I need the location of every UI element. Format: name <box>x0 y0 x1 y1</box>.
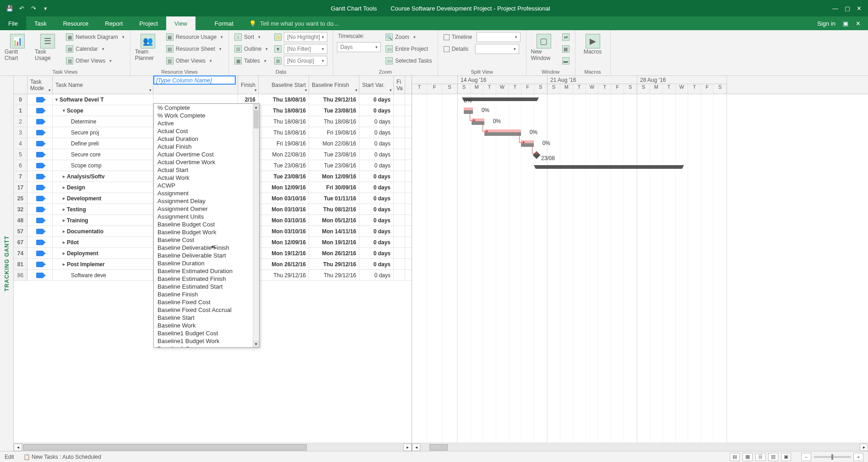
minimize-icon[interactable]: — <box>832 5 838 12</box>
col-baseline-start[interactable]: Baseline Start▾ <box>259 76 309 94</box>
task-mode-cell[interactable] <box>27 204 53 215</box>
baseline-finish-cell[interactable]: Thu 18/08/16 <box>309 116 359 127</box>
task-name-cell[interactable]: Define preli <box>53 138 153 149</box>
group-row[interactable]: ⊞[No Group]▾ <box>272 56 329 66</box>
view-team-planner-icon[interactable]: ☰ <box>755 453 765 461</box>
sign-in-link[interactable]: Sign in <box>817 20 835 27</box>
task-name-cell[interactable]: Scope comp <box>53 160 153 171</box>
col-task-name[interactable]: Task Name▾ <box>53 76 153 94</box>
ribbon-close-icon[interactable]: ✕ <box>856 20 861 27</box>
expand-icon[interactable]: ▸ <box>63 185 65 190</box>
dropdown-item[interactable]: Baseline Start <box>154 314 259 322</box>
scroll-left-icon[interactable]: ◂ <box>14 444 22 451</box>
dropdown-item[interactable]: Baseline Fixed Cost Accrual <box>154 306 259 314</box>
dropdown-item[interactable]: Baseline Work <box>154 322 259 329</box>
baseline-finish-cell[interactable]: Tue 23/08/16 <box>309 160 359 171</box>
ribbon-options-icon[interactable]: ▣ <box>843 20 848 27</box>
baseline-finish-cell[interactable]: Mon 26/12/16 <box>309 248 359 258</box>
tab-task[interactable]: Task <box>26 16 55 30</box>
task-name-cell[interactable]: ▸Design <box>53 182 153 193</box>
baseline-start-cell[interactable]: Thu 18/08/16 <box>259 94 309 105</box>
dropdown-item[interactable]: Baseline Finish <box>154 290 259 298</box>
view-task-usage-icon[interactable]: ▦ <box>743 453 753 461</box>
new-column-input[interactable]: [Type Column Name] <box>153 75 236 85</box>
baseline-start-cell[interactable]: Thu 18/08/16 <box>259 116 309 127</box>
redo-icon[interactable]: ↷ <box>29 4 38 12</box>
scroll-down-icon[interactable]: ▾ <box>253 341 259 347</box>
expand-icon[interactable]: ▾ <box>63 108 65 113</box>
dropdown-item[interactable]: Baseline Cost <box>154 236 259 244</box>
task-name-cell[interactable]: ▸Documentatio <box>53 226 153 236</box>
baseline-finish-cell[interactable]: Mon 22/08/16 <box>309 138 359 149</box>
scroll-right-icon[interactable]: ▸ <box>403 444 412 451</box>
finish-var-cell[interactable] <box>394 94 405 105</box>
finish-var-cell[interactable] <box>394 127 405 138</box>
start-var-cell[interactable]: 0 days <box>359 127 394 138</box>
finish-var-cell[interactable] <box>394 171 405 182</box>
dropdown-item[interactable]: Baseline Estimated Duration <box>154 267 259 275</box>
task-mode-cell[interactable] <box>27 171 53 182</box>
expand-icon[interactable]: ▸ <box>63 218 65 223</box>
finish-var-cell[interactable] <box>394 248 405 258</box>
dropdown-item[interactable]: Actual Duration <box>154 135 259 143</box>
view-gantt-icon[interactable]: ▤ <box>730 453 740 461</box>
start-var-cell[interactable]: 0 days <box>359 270 394 280</box>
task-name-cell[interactable]: Secure core <box>53 149 153 160</box>
zoom-button[interactable]: 🔍Zoom▾ <box>384 32 434 42</box>
expand-icon[interactable]: ▸ <box>63 207 65 212</box>
col-finish[interactable]: Finish▾ <box>238 76 259 94</box>
task-mode-cell[interactable] <box>27 226 53 236</box>
finish-var-cell[interactable] <box>394 259 405 269</box>
task-mode-cell[interactable] <box>27 149 53 160</box>
finish-var-cell[interactable] <box>394 226 405 236</box>
filter-row[interactable]: ▼[No Filter]▾ <box>272 44 329 54</box>
finish-var-cell[interactable] <box>394 215 405 226</box>
task-mode-cell[interactable] <box>27 160 53 171</box>
start-var-cell[interactable]: 0 days <box>359 116 394 127</box>
scroll-up-icon[interactable]: ▴ <box>253 104 259 110</box>
dropdown-item[interactable]: Baseline Duration <box>154 259 259 267</box>
task-name-cell[interactable]: Secure proj <box>53 127 153 138</box>
baseline-finish-cell[interactable]: Mon 19/12/16 <box>309 237 359 247</box>
col-finish-var[interactable]: Fi Va <box>394 76 405 94</box>
resource-sheet-button[interactable]: ▤Resource Sheet▾ <box>164 44 225 54</box>
arrange-windows-button[interactable]: ▦ <box>560 44 571 54</box>
baseline-finish-cell[interactable]: Thu 29/12/16 <box>309 94 359 105</box>
timeline-checkbox[interactable] <box>444 34 450 40</box>
view-resource-sheet-icon[interactable]: ▥ <box>768 453 778 461</box>
dropdown-item[interactable]: Baseline Budget Cost <box>154 220 259 228</box>
dropdown-item[interactable]: Baseline Estimated Finish <box>154 275 259 283</box>
dropdown-item[interactable]: Actual Overtime Cost <box>154 150 259 158</box>
dropdown-item[interactable]: Assignment <box>154 189 259 197</box>
highlight-filter-row[interactable]: ✨[No Highlight]▾ <box>272 32 329 42</box>
baseline-start-cell[interactable]: Thu 18/08/16 <box>259 105 309 116</box>
baseline-finish-cell[interactable]: Mon 12/09/16 <box>309 171 359 182</box>
tab-resource[interactable]: Resource <box>55 16 97 30</box>
dropdown-item[interactable]: Actual Finish <box>154 143 259 150</box>
baseline-start-cell[interactable]: Mon 03/10/16 <box>259 193 309 204</box>
resource-other-button[interactable]: ▥Other Views▾ <box>164 56 225 66</box>
dropdown-item[interactable]: Baseline Budget Work <box>154 228 259 236</box>
column-dropdown[interactable]: % Complete% Work CompleteActiveActual Co… <box>153 103 260 348</box>
finish-var-cell[interactable] <box>394 138 405 149</box>
team-planner-button[interactable]: 👥 Team Planner <box>134 32 162 63</box>
dropdown-item[interactable]: Baseline Deliverable Start <box>154 252 259 259</box>
finish-var-cell[interactable] <box>394 149 405 160</box>
new-window-button[interactable]: ▢ New Window <box>530 32 558 63</box>
baseline-start-cell[interactable]: Mon 03/10/16 <box>259 204 309 215</box>
other-views-button[interactable]: ▥Other Views▾ <box>64 56 126 66</box>
gantt-hscroll[interactable]: ◂ ▸ <box>412 443 868 451</box>
task-mode-cell[interactable] <box>27 237 53 247</box>
tab-project[interactable]: Project <box>131 16 166 30</box>
sort-button[interactable]: ↕Sort▾ <box>233 32 270 42</box>
start-var-cell[interactable]: 0 days <box>359 215 394 226</box>
zoom-out-icon[interactable]: − <box>801 453 811 461</box>
expand-icon[interactable]: ▸ <box>63 251 65 256</box>
timescale-combo[interactable]: Days▾ <box>337 42 381 52</box>
expand-icon[interactable]: ▾ <box>55 97 58 102</box>
timeline-check[interactable]: Timeline▾ <box>442 32 522 42</box>
task-mode-cell[interactable] <box>27 105 53 116</box>
start-var-cell[interactable]: 0 days <box>359 105 394 116</box>
task-name-cell[interactable]: ▸Post Implemer <box>53 259 153 269</box>
baseline-start-cell[interactable]: Tue 23/08/16 <box>259 171 309 182</box>
